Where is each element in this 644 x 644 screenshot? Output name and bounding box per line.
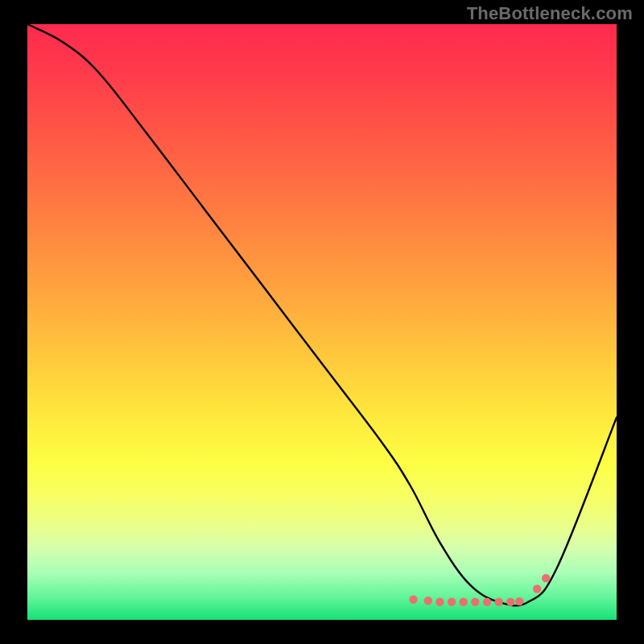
curve-marker [494,598,502,606]
curve-line [27,24,617,605]
curve-marker [471,598,479,606]
curve-marker [424,597,432,605]
curve-marker [483,598,491,606]
curve-marker [448,598,456,606]
curve-marker [436,598,444,606]
chart-svg [27,24,617,620]
watermark-text: TheBottleneck.com [467,3,633,24]
plot-area [27,24,617,620]
curve-marker [533,584,541,592]
curve-marker [515,597,523,605]
curve-marker [542,574,550,582]
curve-marker [506,598,514,606]
chart-frame: TheBottleneck.com [0,0,644,644]
curve-marker [460,598,468,606]
curve-marker [409,596,417,604]
